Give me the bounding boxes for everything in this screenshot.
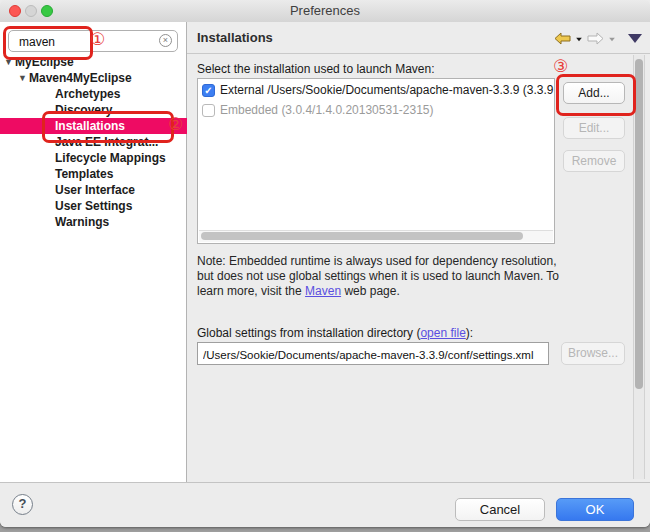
installation-row-external[interactable]: ✓ External /Users/Sookie/Documents/apach… — [202, 81, 554, 99]
vertical-scrollbar[interactable] — [633, 55, 645, 479]
cancel-button[interactable]: Cancel — [455, 498, 545, 521]
embedded-runtime-note: Note: Embedded runtime is always used fo… — [197, 254, 565, 299]
tree-item-discovery[interactable]: Discovery — [0, 102, 187, 118]
select-installation-label: Select the installation used to launch M… — [197, 62, 434, 76]
horizontal-scrollbar-thumb[interactable] — [201, 232, 523, 240]
tree-item-archetypes[interactable]: Archetypes — [0, 86, 187, 102]
tree-item-maven4myeclipse[interactable]: ▼ Maven4MyEclipse — [0, 70, 187, 86]
installations-list[interactable]: ✓ External /Users/Sookie/Documents/apach… — [197, 78, 555, 244]
forward-arrow-icon[interactable] — [587, 32, 604, 45]
dialog-footer: ? Cancel OK — [0, 482, 650, 527]
settings-path-input[interactable] — [201, 345, 549, 364]
edit-button: Edit... — [563, 117, 625, 139]
tree-item-templates[interactable]: Templates — [0, 166, 187, 182]
collapse-arrow-icon[interactable]: ▼ — [4, 54, 13, 70]
panel-title: Installations — [197, 22, 273, 54]
browse-button: Browse... — [561, 342, 625, 365]
ok-button[interactable]: OK — [556, 498, 634, 521]
clear-search-icon[interactable]: × — [159, 34, 172, 47]
preferences-tree: ▼ MyEclipse ▼ Maven4MyEclipse Archetypes… — [0, 54, 187, 230]
global-settings-path-field[interactable] — [197, 342, 549, 365]
preferences-sidebar: × ▼ MyEclipse ▼ Maven4MyEclipse Archetyp… — [0, 22, 187, 482]
back-history-dropdown-icon[interactable] — [576, 37, 582, 41]
installation-label: Embedded (3.0.4/1.4.0.20130531-2315) — [220, 101, 434, 119]
search-input[interactable] — [17, 32, 156, 52]
tree-item-warnings[interactable]: Warnings — [0, 214, 187, 230]
add-button[interactable]: Add... — [563, 82, 625, 104]
view-menu-icon[interactable] — [628, 34, 642, 43]
tree-item-installations[interactable]: Installations — [0, 118, 187, 134]
tree-item-user-settings[interactable]: User Settings — [0, 198, 187, 214]
annotation-step-3: ③ — [553, 58, 568, 75]
checkbox-checked-icon[interactable]: ✓ — [202, 84, 215, 97]
collapse-arrow-icon[interactable]: ▼ — [18, 70, 27, 86]
title-bar: Preferences — [0, 0, 650, 23]
open-file-link[interactable]: open file — [420, 326, 465, 340]
tree-item-user-interface[interactable]: User Interface — [0, 182, 187, 198]
tree-item-lifecycle-mappings[interactable]: Lifecycle Mappings — [0, 150, 187, 166]
panel-header: Installations — [187, 22, 650, 54]
horizontal-scrollbar[interactable] — [199, 230, 553, 242]
installations-panel: Installations Select the installation us… — [187, 22, 650, 482]
tree-item-myeclipse[interactable]: ▼ MyEclipse — [0, 54, 187, 70]
checkbox-unchecked-icon[interactable] — [202, 104, 215, 117]
filter-search-field[interactable]: × — [8, 30, 178, 52]
help-button[interactable]: ? — [12, 494, 33, 515]
global-settings-label: Global settings from installation direct… — [197, 326, 473, 340]
vertical-scrollbar-thumb[interactable] — [635, 59, 643, 389]
remove-button: Remove — [563, 150, 625, 172]
installation-label: External /Users/Sookie/Documents/apache-… — [220, 81, 554, 99]
installation-row-embedded[interactable]: Embedded (3.0.4/1.4.0.20130531-2315) — [202, 101, 554, 119]
maven-link[interactable]: Maven — [305, 284, 341, 298]
tree-item-java-ee-integration[interactable]: Java EE Integrat... — [0, 134, 187, 150]
forward-history-dropdown-icon[interactable] — [609, 37, 615, 41]
preferences-window: Preferences × ▼ MyEclipse ▼ Maven4MyEcli… — [0, 0, 650, 527]
window-title: Preferences — [0, 0, 650, 22]
back-arrow-icon[interactable] — [554, 32, 571, 45]
